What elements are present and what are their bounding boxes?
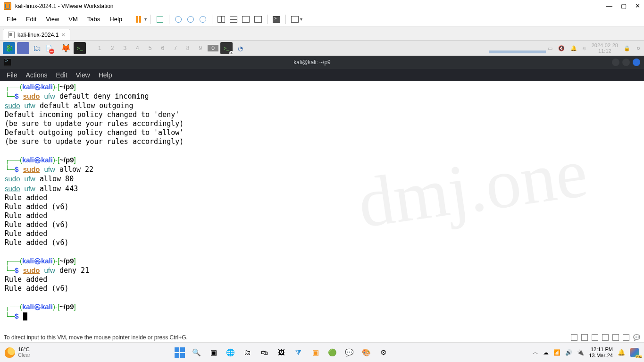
window-title: kali-linux-2024.1 - VMware Workstation (15, 3, 114, 9)
battery-icon[interactable]: 🔌 (577, 349, 584, 356)
copilot-icon[interactable] (630, 348, 639, 357)
kali-menu-icon[interactable]: 🐉 (3, 42, 15, 54)
snapshot-revert-button[interactable] (185, 14, 196, 25)
search-button[interactable]: 🔍 (191, 346, 203, 359)
snapshot-take-button[interactable] (173, 14, 184, 25)
onedrive-icon[interactable]: ☁ (543, 349, 549, 356)
send-ctrl-alt-del-button[interactable] (155, 14, 165, 25)
fullscreen-button[interactable] (271, 14, 282, 25)
terminal-title-icon (4, 59, 11, 66)
notifications-button[interactable] (618, 349, 625, 356)
terminal-close-button[interactable] (633, 59, 640, 66)
vmware-status-bar: To direct input to this VM, move the mou… (0, 332, 644, 342)
workspace-8[interactable]: 8 (183, 45, 193, 51)
term-menu-view[interactable]: View (76, 71, 90, 79)
menu-edit[interactable]: Edit (22, 14, 40, 25)
stretch-button[interactable] (290, 14, 300, 25)
message-log-icon[interactable]: 💬 (633, 334, 640, 341)
watermark-text: dmj.one (352, 127, 593, 248)
chrome-icon[interactable]: 🟢 (326, 346, 339, 359)
kali-top-panel: 🐉 🗂 📄⛔ 🦊 >_ 1 2 3 4 5 6 7 8 9 0 >_4 ◔ ▭ … (0, 41, 644, 56)
stretch-dropdown-icon[interactable]: ▾ (300, 17, 302, 22)
maximize-button[interactable]: ▢ (621, 2, 627, 9)
store-icon[interactable]: 🛍 (259, 346, 271, 359)
layout-thumb-button[interactable] (241, 14, 251, 25)
file-manager-icon[interactable]: 🗂 (31, 42, 43, 54)
weather-icon (5, 347, 15, 358)
device-net-icon[interactable] (592, 334, 598, 341)
taskbar-app-icon[interactable]: ◔ (234, 42, 247, 54)
weather-temp: 16°C (18, 347, 30, 353)
layout-unity-button[interactable] (253, 14, 263, 25)
weather-widget[interactable]: 16°C Clear (5, 347, 30, 358)
vmware-tab-strip: kali-linux-2024.1 × (0, 26, 644, 41)
notification-icon[interactable]: 🔔 (570, 45, 577, 51)
firefox-icon[interactable]: 🦊 (59, 42, 72, 54)
volume-icon[interactable]: 🔇 (558, 45, 565, 51)
photos-icon[interactable]: 🖼 (276, 346, 288, 359)
wifi-icon[interactable]: 📶 (553, 349, 560, 356)
terminal-minimize-button[interactable] (612, 59, 619, 66)
workspace-6[interactable]: 6 (157, 45, 168, 51)
edge-icon[interactable]: 🌐 (225, 346, 237, 359)
menu-vm[interactable]: VM (65, 14, 82, 25)
menu-file[interactable]: File (3, 14, 20, 25)
vm-tab-kali[interactable]: kali-linux-2024.1 × (3, 29, 70, 40)
vm-tab-close-button[interactable]: × (61, 31, 65, 38)
vscode-icon[interactable]: ⧩ (293, 346, 305, 359)
workspace-3[interactable]: 3 (119, 45, 130, 51)
device-usb-icon[interactable] (602, 334, 609, 341)
workspace-5[interactable]: 5 (145, 45, 156, 51)
taskbar-terminal-icon[interactable]: >_4 (220, 42, 233, 54)
snapshot-manage-button[interactable] (198, 14, 208, 25)
weather-cond: Clear (18, 353, 30, 358)
term-menu-edit[interactable]: Edit (56, 71, 67, 79)
vm-tab-icon (8, 32, 15, 38)
text-editor-icon[interactable]: 📄⛔ (45, 42, 58, 54)
power-dropdown-icon[interactable]: ▾ (144, 17, 147, 22)
terminal-maximize-button[interactable] (622, 59, 630, 66)
tray-volume-icon[interactable]: 🔊 (565, 349, 572, 356)
workspace-7[interactable]: 7 (170, 45, 181, 51)
network-icon[interactable]: ⎋ (583, 45, 586, 51)
menu-view[interactable]: View (42, 14, 63, 25)
terminal-title-bar[interactable]: kali@kali: ~/p9 (0, 56, 644, 69)
app-icon-1[interactable]: 🎨 (360, 346, 373, 359)
start-button[interactable] (174, 346, 186, 359)
device-printer-icon[interactable] (623, 334, 629, 341)
record-icon[interactable]: ▭ (548, 45, 552, 51)
tray-chevron-icon[interactable]: ︿ (533, 348, 538, 356)
desktop-icon[interactable] (17, 42, 29, 54)
terminal-menu-bar: File Actions Edit View Help (0, 69, 644, 81)
panel-clock[interactable]: 2024-02-28 11:12 (592, 42, 618, 54)
workspace-1[interactable]: 1 (94, 45, 105, 51)
task-view-button[interactable]: ▣ (208, 346, 220, 359)
terminal-body[interactable]: dmj.one┌──(kali㉿kali)-[~/p9] └─$ sudo uf… (0, 81, 644, 332)
layout-split-button[interactable] (228, 14, 239, 25)
term-menu-file[interactable]: File (7, 71, 17, 79)
menu-tabs[interactable]: Tabs (84, 14, 104, 25)
terminal-title-text: kali@kali: ~/p9 (15, 59, 609, 66)
menu-help[interactable]: Help (106, 14, 126, 25)
device-hdd-icon[interactable] (571, 334, 577, 341)
layout-single-button[interactable] (216, 14, 226, 25)
explorer-icon[interactable]: 🗂 (242, 346, 254, 359)
whatsapp-icon[interactable]: 💬 (343, 346, 356, 359)
minimize-button[interactable]: — (606, 2, 612, 9)
term-menu-help[interactable]: Help (99, 71, 112, 79)
power-icon[interactable]: ⭘ (636, 45, 641, 51)
workspace-4[interactable]: 4 (132, 45, 143, 51)
terminal-launcher-icon[interactable]: >_ (74, 42, 86, 54)
device-cd-icon[interactable] (581, 334, 588, 341)
workspace-2[interactable]: 2 (107, 45, 118, 51)
pause-vm-button[interactable] (134, 14, 144, 25)
taskbar-clock[interactable]: 12:11 PM 13-Mar-24 (589, 346, 613, 358)
vmware-taskbar-icon[interactable]: ▣ (309, 346, 322, 359)
device-sound-icon[interactable] (612, 334, 619, 341)
workspace-0[interactable]: 0 (208, 45, 218, 51)
close-button[interactable]: ✕ (635, 2, 640, 9)
settings-icon[interactable]: ⚙ (377, 346, 390, 359)
workspace-9[interactable]: 9 (195, 45, 206, 51)
lock-icon[interactable]: 🔒 (624, 45, 630, 51)
term-menu-actions[interactable]: Actions (26, 71, 48, 79)
